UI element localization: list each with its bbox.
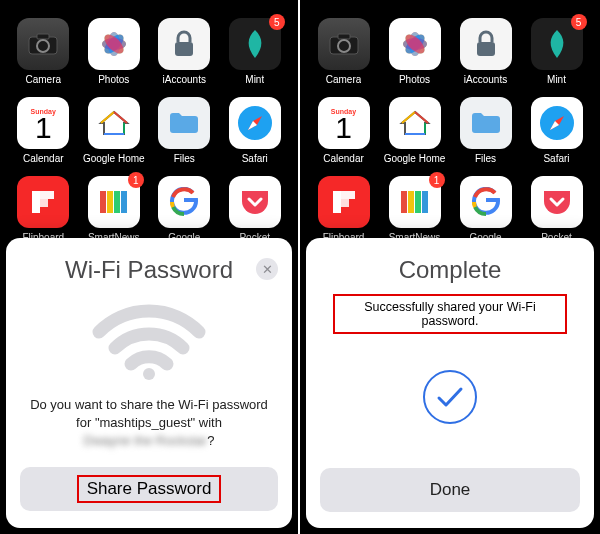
app-smartnews[interactable]: 1 SmartNews [83,176,146,243]
calendar-icon: Sunday 1 [17,97,69,149]
svg-rect-21 [114,191,120,213]
app-camera[interactable]: Camera [12,18,75,85]
app-safari[interactable]: Safari [525,97,588,164]
google-g-icon [158,176,210,228]
photos-icon [88,18,140,70]
svg-rect-40 [333,191,341,213]
success-message: Successfully shared your Wi-Fi password. [333,294,567,334]
app-google[interactable]: Google [454,176,517,243]
folder-icon [460,97,512,149]
app-flipboard[interactable]: Flipboard [312,176,375,243]
app-label: Photos [98,74,129,85]
app-label: Mint [245,74,264,85]
app-calendar[interactable]: Sunday 1 Calendar [312,97,375,164]
svg-rect-44 [408,191,414,213]
share-prompt-text: Do you want to share the Wi-Fi password … [20,396,278,451]
svg-rect-22 [121,191,127,213]
share-password-button[interactable]: Share Password [20,467,278,511]
home-screen-apps: Camera Photos iAccounts 5 Mint [300,0,600,243]
app-smartnews[interactable]: 1 SmartNews [383,176,446,243]
complete-sheet: Complete Successfully shared your Wi-Fi … [306,238,594,528]
svg-rect-18 [40,199,48,207]
app-label: Google Home [83,153,145,164]
app-label: Safari [242,153,268,164]
badge: 5 [269,14,285,30]
app-iaccounts[interactable]: iAccounts [153,18,216,85]
share-password-sheet: Wi-Fi Password ✕ Do you want to share th… [6,238,292,528]
mint-icon: 5 [531,18,583,70]
app-google-home[interactable]: Google Home [383,97,446,164]
flipboard-icon [318,176,370,228]
app-label: iAccounts [464,74,507,85]
news-icon: 1 [389,176,441,228]
svg-rect-20 [107,191,113,213]
svg-rect-42 [341,199,349,207]
photos-icon [389,18,441,70]
app-calendar[interactable]: Sunday 1 Calendar [12,97,75,164]
app-mint[interactable]: 5 Mint [525,18,588,85]
app-flipboard[interactable]: Flipboard [12,176,75,243]
svg-rect-25 [338,34,350,39]
app-camera[interactable]: Camera [312,18,375,85]
sheet-title: Complete [320,256,580,284]
app-files[interactable]: Files [454,97,517,164]
svg-rect-1 [37,34,49,39]
redacted-contact: Dwayne the Rockstar [84,432,208,450]
app-files[interactable]: Files [153,97,216,164]
news-icon: 1 [88,176,140,228]
home-screen-apps: Camera Photos iAccounts 5 Mint [0,0,298,243]
phone-right: Camera Photos iAccounts 5 Mint [300,0,600,534]
svg-rect-43 [401,191,407,213]
app-safari[interactable]: Safari [224,97,287,164]
wifi-icon [20,302,278,380]
app-label: Files [174,153,195,164]
sheet-title: Wi-Fi Password ✕ [20,256,278,284]
svg-rect-11 [175,42,193,56]
phone-left: Camera Photos iAccounts 5 Mint [0,0,300,534]
folder-icon [158,97,210,149]
app-pocket[interactable]: Pocket [525,176,588,243]
app-label: Safari [543,153,569,164]
pocket-icon [531,176,583,228]
home-icon [88,97,140,149]
svg-rect-35 [477,42,495,56]
lock-icon [158,18,210,70]
app-label: Calendar [323,153,364,164]
app-label: Mint [547,74,566,85]
lock-icon [460,18,512,70]
flipboard-icon [17,176,69,228]
calendar-date: 1 [335,113,352,143]
svg-point-23 [143,368,155,380]
badge: 5 [571,14,587,30]
svg-rect-41 [341,191,355,199]
calendar-icon: Sunday 1 [318,97,370,149]
done-button[interactable]: Done [320,468,580,512]
app-pocket[interactable]: Pocket [224,176,287,243]
app-label: Files [475,153,496,164]
highlight-ring: Share Password [77,475,222,503]
svg-rect-16 [32,191,40,213]
pocket-icon [229,176,281,228]
home-icon [389,97,441,149]
close-icon[interactable]: ✕ [256,258,278,280]
app-google[interactable]: Google [153,176,216,243]
app-iaccounts[interactable]: iAccounts [454,18,517,85]
app-label: Camera [326,74,362,85]
svg-rect-17 [40,191,54,199]
app-label: Photos [399,74,430,85]
app-label: Google Home [384,153,446,164]
svg-rect-45 [415,191,421,213]
camera-icon [318,18,370,70]
badge: 1 [429,172,445,188]
app-label: Camera [25,74,61,85]
app-label: Calendar [23,153,64,164]
badge: 1 [128,172,144,188]
app-mint[interactable]: 5 Mint [224,18,287,85]
app-photos[interactable]: Photos [83,18,146,85]
app-label: iAccounts [163,74,206,85]
app-photos[interactable]: Photos [383,18,446,85]
google-g-icon [460,176,512,228]
app-google-home[interactable]: Google Home [83,97,146,164]
svg-rect-19 [100,191,106,213]
compass-icon [229,97,281,149]
